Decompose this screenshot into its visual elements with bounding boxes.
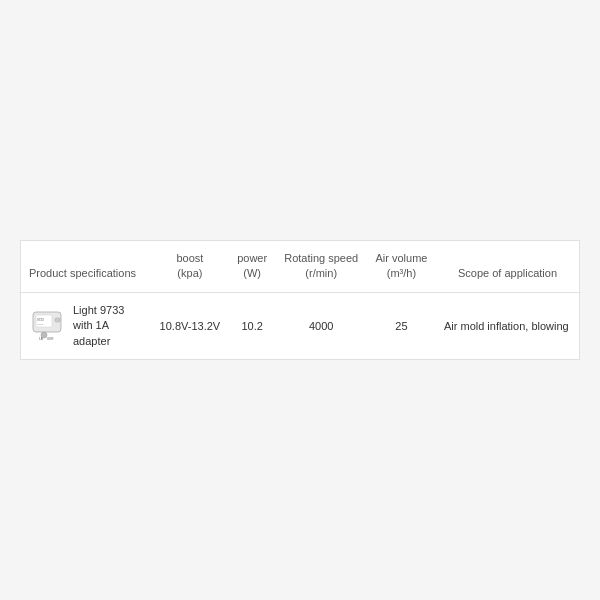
power-value: 10.2	[229, 292, 276, 359]
boost-value: 10.8V-13.2V	[151, 292, 229, 359]
svg-rect-4	[55, 318, 60, 322]
air-volume-value: 25	[367, 292, 436, 359]
svg-text:9733: 9733	[37, 318, 44, 322]
svg-text:1A: 1A	[39, 337, 43, 341]
col-header-boost: boost (kpa)	[151, 241, 229, 292]
table-row: 9733 TOOL 1A UKR Light 9733 with 1A adap…	[21, 292, 579, 359]
product-cell: 9733 TOOL 1A UKR Light 9733 with 1A adap…	[21, 292, 151, 359]
col-header-product: Product specifications	[21, 241, 151, 292]
col-header-air-volume: Air volume (m³/h)	[367, 241, 436, 292]
page-wrapper: Product specifications boost (kpa) power…	[0, 0, 600, 600]
svg-text:TOOL: TOOL	[37, 323, 44, 326]
specs-table-container: Product specifications boost (kpa) power…	[20, 240, 580, 360]
product-specs-table: Product specifications boost (kpa) power…	[21, 241, 579, 359]
rotating-speed-value: 4000	[275, 292, 366, 359]
table-header-row: Product specifications boost (kpa) power…	[21, 241, 579, 292]
svg-text:UKR: UKR	[47, 337, 54, 341]
col-header-rotating-speed: Rotating speed (r/min)	[275, 241, 366, 292]
col-header-scope: Scope of application	[436, 241, 579, 292]
product-image: 9733 TOOL 1A UKR	[29, 308, 65, 344]
product-name: Light 9733 with 1A adapter	[73, 303, 143, 349]
col-header-power: power (W)	[229, 241, 276, 292]
scope-value: Air mold inflation, blowing	[436, 292, 579, 359]
